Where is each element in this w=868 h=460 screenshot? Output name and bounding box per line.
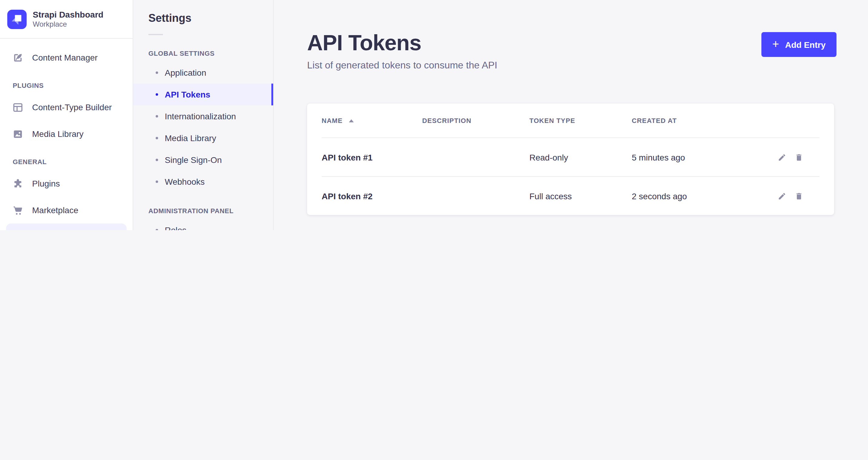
subnav-group-administration-panel: ADMINISTRATION PANEL Roles Users xyxy=(133,206,273,230)
plugins-icon xyxy=(12,178,24,189)
main-sidebar: Strapi Dashboard Workplace Content Manag… xyxy=(0,0,133,230)
settings-subnav: Settings GLOBAL SETTINGS Application API… xyxy=(133,0,274,230)
edit-button[interactable] xyxy=(778,153,786,161)
subnav-title: Settings xyxy=(133,12,273,25)
app-window: Strapi Dashboard Workplace Content Manag… xyxy=(0,0,868,230)
subnav-item-admin-roles[interactable]: Roles xyxy=(133,219,273,230)
add-entry-label: Add Entry xyxy=(785,40,826,49)
sidebar-item-label: Content-Type Builder xyxy=(32,102,112,112)
sidebar-item-label: Media Library xyxy=(32,129,84,139)
sidebar-item-label: Content Manager xyxy=(32,53,97,62)
table-row[interactable]: API token #2 Full access 2 seconds ago xyxy=(307,177,834,215)
content-manager-icon xyxy=(12,52,24,63)
subnav-group-global-settings: GLOBAL SETTINGS Application API Tokens I… xyxy=(133,49,273,193)
sidebar-item-content-type-builder[interactable]: Content-Type Builder xyxy=(6,94,127,121)
sidebar-item-settings[interactable]: Settings xyxy=(6,223,127,230)
row-actions xyxy=(753,192,819,200)
row-actions xyxy=(753,153,819,161)
table-row[interactable]: API token #1 Read-only 5 minutes ago xyxy=(307,138,834,176)
media-library-icon xyxy=(12,128,24,140)
api-tokens-table: NAME DESCRIPTION TOKEN TYPE CREATED AT A… xyxy=(307,103,834,215)
add-entry-button[interactable]: + Add Entry xyxy=(762,32,837,57)
sidebar-item-media-library[interactable]: Media Library xyxy=(6,121,127,147)
trash-icon xyxy=(795,153,803,161)
pencil-icon xyxy=(778,153,786,161)
sidebar-section-plugins: PLUGINS xyxy=(0,82,133,89)
subnav-item-single-sign-on[interactable]: Single Sign-On xyxy=(133,149,273,171)
sort-ascending-icon xyxy=(349,119,353,122)
column-header-name[interactable]: NAME xyxy=(322,117,422,124)
column-header-description: DESCRIPTION xyxy=(422,117,529,124)
column-header-token-type: TOKEN TYPE xyxy=(529,117,632,124)
sidebar-item-marketplace[interactable]: Marketplace xyxy=(6,197,127,223)
sidebar-item-label: Plugins xyxy=(32,179,60,188)
subnav-divider xyxy=(148,34,163,35)
subnav-item-media-library[interactable]: Media Library xyxy=(133,127,273,149)
sidebar-nav: Content Manager PLUGINS Content-Type Bui… xyxy=(0,39,133,230)
delete-button[interactable] xyxy=(795,192,803,200)
trash-icon xyxy=(795,192,803,200)
content-type-builder-icon xyxy=(12,101,24,113)
token-name: API token #1 xyxy=(322,152,422,162)
marketplace-icon xyxy=(12,205,24,216)
page-subtitle: List of generated tokens to consume the … xyxy=(307,60,868,71)
subnav-group-label: ADMINISTRATION PANEL xyxy=(133,206,273,216)
sidebar-item-content-manager[interactable]: Content Manager xyxy=(6,44,127,71)
token-type: Full access xyxy=(529,191,632,201)
token-type: Read-only xyxy=(529,152,632,162)
subnav-item-webhooks[interactable]: Webhooks xyxy=(133,171,273,193)
edit-button[interactable] xyxy=(778,192,786,200)
delete-button[interactable] xyxy=(795,153,803,161)
workspace-subtitle: Workplace xyxy=(33,20,103,29)
sidebar-section-general: GENERAL xyxy=(0,158,133,165)
strapi-logo-icon xyxy=(7,9,27,29)
subnav-item-api-tokens[interactable]: API Tokens xyxy=(133,84,273,105)
plus-icon: + xyxy=(772,38,779,50)
subnav-item-internationalization[interactable]: Internationalization xyxy=(133,105,273,127)
workspace-brand[interactable]: Strapi Dashboard Workplace xyxy=(0,0,133,39)
token-name: API token #2 xyxy=(322,191,422,201)
token-created-at: 5 minutes ago xyxy=(632,152,753,162)
column-header-created-at: CREATED AT xyxy=(632,117,753,124)
sidebar-item-label: Marketplace xyxy=(32,205,79,215)
workspace-title: Strapi Dashboard xyxy=(33,9,103,20)
pencil-icon xyxy=(778,192,786,200)
sidebar-item-plugins[interactable]: Plugins xyxy=(6,170,127,197)
subnav-group-label: GLOBAL SETTINGS xyxy=(133,49,273,58)
subnav-item-application[interactable]: Application xyxy=(133,62,273,84)
token-created-at: 2 seconds ago xyxy=(632,191,753,201)
main-content: API Tokens List of generated tokens to c… xyxy=(274,0,868,230)
table-header-row: NAME DESCRIPTION TOKEN TYPE CREATED AT xyxy=(307,103,834,137)
